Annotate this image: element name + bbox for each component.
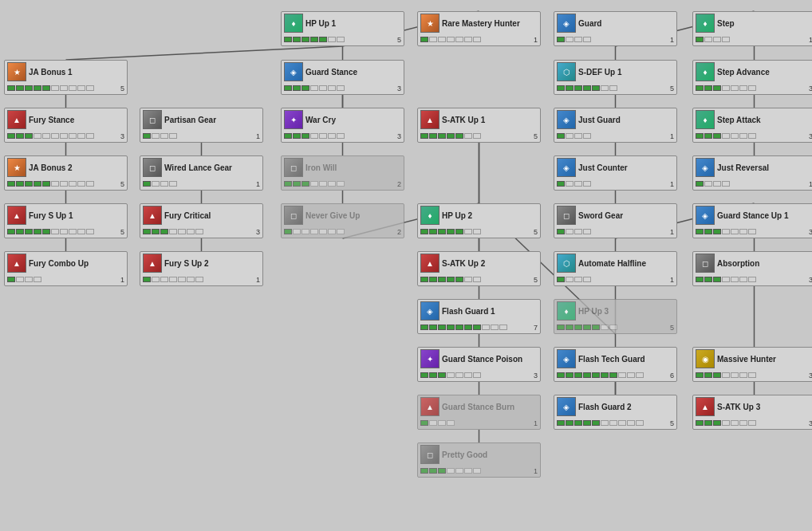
skill-node-absorption[interactable]: ◻Absorption3 (692, 251, 812, 286)
skill-node-hp_up3[interactable]: ♦HP Up 35 (554, 299, 677, 334)
skill-node-pretty_good[interactable]: ◻Pretty Good1 (417, 442, 541, 478)
node-icon-pretty_good: ◻ (420, 445, 440, 464)
node-icon-just_counter: ◈ (557, 158, 576, 177)
skill-node-fury_s_up1[interactable]: ▲Fury S Up 15 (4, 203, 128, 238)
skill-node-just_counter[interactable]: ◈Just Counter1 (554, 155, 677, 191)
node-bars-sdef_up1: 5 (557, 83, 674, 92)
bar-2 (438, 133, 446, 139)
bar-5 (739, 133, 747, 139)
bar-4 (319, 37, 327, 42)
bar-2 (25, 85, 33, 91)
bar-1 (429, 229, 437, 234)
bar-5 (464, 37, 472, 42)
bar-7 (618, 420, 626, 426)
bar-5 (51, 85, 59, 91)
node-cost-hp_up2: 5 (534, 228, 538, 236)
skill-node-partisan_gear[interactable]: ◻Partisan Gear1 (140, 108, 263, 143)
bar-1 (16, 133, 24, 139)
node-bars-guard_stance: 3 (284, 83, 401, 92)
node-cost-fury_critical: 3 (256, 228, 260, 236)
skill-node-guard_stance_burn[interactable]: ▲Guard Stance Burn1 (417, 395, 541, 430)
bar-4 (178, 229, 186, 234)
node-name-ja_bonus1: JA Bonus 1 (29, 68, 124, 77)
skill-node-flash_guard2[interactable]: ◈Flash Guard 25 (554, 395, 677, 430)
node-cost-step_attack: 3 (809, 132, 812, 140)
skill-node-satk_up2[interactable]: ▲S-ATK Up 25 (417, 251, 541, 286)
skill-node-ja_bonus1[interactable]: ★JA Bonus 15 (4, 60, 128, 95)
node-name-guard: Guard (578, 19, 674, 28)
bar-6 (609, 85, 617, 91)
bar-1 (293, 37, 301, 42)
node-top-iron_will: ◻Iron Will (284, 158, 401, 177)
skill-node-fury_critical[interactable]: ▲Fury Critical3 (140, 203, 263, 238)
skill-node-war_cry[interactable]: ✦War Cry3 (281, 108, 404, 143)
bar-3 (583, 324, 591, 330)
skill-node-never_give_up[interactable]: ◻Never Give Up2 (281, 203, 404, 238)
bar-6 (337, 37, 345, 42)
skill-node-rare_mastery[interactable]: ★Rare Mastery Hunter1 (417, 11, 541, 46)
node-top-guard_stance_poison: ✦Guard Stance Poison (420, 349, 538, 368)
skill-node-guard_stance[interactable]: ◈Guard Stance3 (281, 60, 404, 95)
bar-2 (302, 181, 309, 187)
node-cost-guard_stance_poison: 3 (534, 372, 538, 380)
node-name-fury_combo_up: Fury Combo Up (29, 259, 124, 268)
skill-node-guard_stance_poison[interactable]: ✦Guard Stance Poison3 (417, 347, 541, 382)
node-icon-step: ♦ (696, 14, 715, 33)
skill-node-iron_will[interactable]: ◻Iron Will2 (281, 155, 404, 191)
bar-4 (455, 229, 463, 234)
skill-node-ja_bonus2[interactable]: ★JA Bonus 25 (4, 155, 128, 191)
node-top-rare_mastery: ★Rare Mastery Hunter (420, 14, 538, 33)
bar-6 (748, 372, 756, 378)
bar-0 (143, 181, 151, 187)
skill-node-fury_s_up2[interactable]: ▲Fury S Up 21 (140, 251, 263, 286)
skill-node-step_attack[interactable]: ♦Step Attack3 (692, 108, 812, 143)
bar-6 (748, 229, 756, 234)
skill-node-fury_combo_up[interactable]: ▲Fury Combo Up1 (4, 251, 128, 286)
skill-node-massive_hunter[interactable]: ◉Massive Hunter3 (692, 347, 812, 382)
node-cost-absorption: 3 (809, 276, 812, 284)
bar-7 (69, 133, 77, 139)
bar-6 (748, 133, 756, 139)
skill-node-sword_gear[interactable]: ◻Sword Gear1 (554, 203, 677, 238)
skill-node-sdef_up1[interactable]: ⬡S-DEF Up 15 (554, 60, 677, 95)
skill-node-hp_up1[interactable]: ♦HP Up 15 (281, 11, 404, 46)
bar-3 (34, 229, 41, 234)
node-top-step_advance: ♦Step Advance (696, 62, 812, 81)
bar-6 (337, 133, 345, 139)
skill-node-fury_stance[interactable]: ▲Fury Stance3 (4, 108, 128, 143)
node-cost-just_counter: 1 (670, 180, 674, 188)
bar-5 (51, 133, 59, 139)
skill-node-step[interactable]: ♦Step1 (692, 11, 812, 46)
node-icon-war_cry: ✦ (284, 110, 303, 129)
skill-node-guard_stance_up1[interactable]: ◈Guard Stance Up 13 (692, 203, 812, 238)
skill-node-wired_lance_gear[interactable]: ◻Wired Lance Gear1 (140, 155, 263, 191)
node-name-just_reversal: Just Reversal (717, 163, 812, 172)
skill-node-guard[interactable]: ◈Guard1 (554, 11, 677, 46)
skill-node-just_guard[interactable]: ◈Just Guard1 (554, 108, 677, 143)
node-cost-iron_will: 2 (397, 180, 401, 188)
node-icon-guard: ◈ (557, 14, 576, 33)
skill-node-step_advance[interactable]: ♦Step Advance3 (692, 60, 812, 95)
bar-2 (713, 277, 721, 282)
node-name-sdef_up1: S-DEF Up 1 (578, 68, 674, 77)
node-name-step_attack: Step Attack (717, 116, 812, 124)
skill-node-hp_up2[interactable]: ♦HP Up 25 (417, 203, 541, 238)
bar-6 (337, 85, 345, 91)
bar-0 (420, 133, 428, 139)
bar-7 (69, 85, 77, 91)
bar-0 (696, 229, 704, 234)
bar-3 (34, 181, 41, 187)
node-top-fury_s_up2: ▲Fury S Up 2 (143, 254, 260, 273)
skill-node-satk_up1[interactable]: ▲S-ATK Up 15 (417, 108, 541, 143)
node-cost-step: 1 (809, 36, 812, 44)
bar-0 (420, 420, 428, 426)
skill-node-flash_guard1[interactable]: ◈Flash Guard 17 (417, 299, 541, 334)
bar-1 (704, 420, 712, 426)
skill-node-flash_tech_guard[interactable]: ◈Flash Tech Guard6 (554, 347, 677, 382)
skill-node-just_reversal[interactable]: ◈Just Reversal1 (692, 155, 812, 191)
skill-node-satk_up3[interactable]: ▲S-ATK Up 33 (692, 395, 812, 430)
node-name-step: Step (717, 19, 812, 28)
node-top-hp_up3: ♦HP Up 3 (557, 301, 674, 321)
bar-1 (704, 372, 712, 378)
skill-node-automate_halfline[interactable]: ⬡Automate Halfline1 (554, 251, 677, 286)
